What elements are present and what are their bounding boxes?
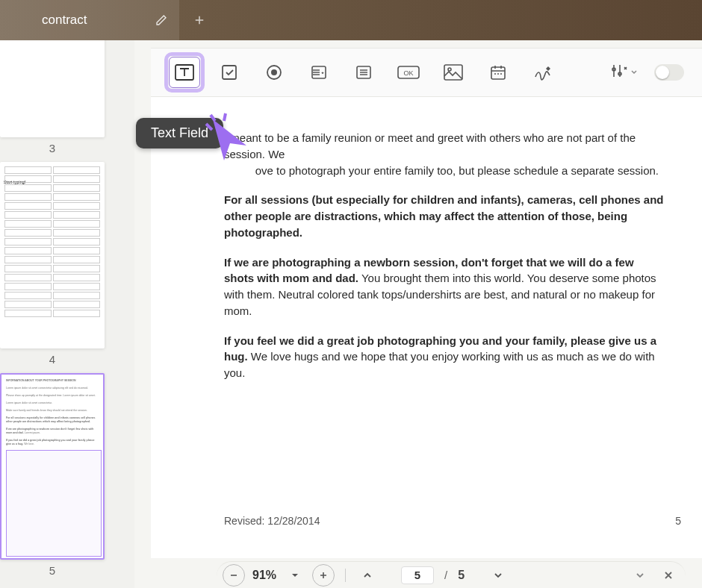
viewer-bottom-bar: 91% 5 / 5 bbox=[217, 561, 686, 588]
zoom-dropdown[interactable] bbox=[284, 564, 306, 587]
text-field-tool[interactable] bbox=[169, 57, 200, 88]
svg-text:OK: OK bbox=[403, 69, 413, 77]
page-number: 5 bbox=[675, 513, 681, 528]
tools-settings[interactable] bbox=[608, 57, 639, 88]
image-field-tool[interactable] bbox=[438, 57, 469, 88]
doc-text: t meant to be a family reunion or meet a… bbox=[224, 131, 636, 160]
thumbnail-page-number: 5 bbox=[49, 564, 55, 577]
thumbnail-page-number: 4 bbox=[49, 353, 55, 366]
page-thumbnail[interactable] bbox=[0, 40, 105, 137]
dropdown-tool[interactable] bbox=[303, 57, 335, 88]
revised-date: Revised: 12/28/2014 bbox=[224, 513, 320, 528]
listbox-tool[interactable] bbox=[348, 57, 379, 88]
svg-point-9 bbox=[448, 68, 451, 71]
pencil-icon[interactable] bbox=[155, 14, 167, 26]
thumbnail-page-number: 3 bbox=[49, 142, 55, 154]
svg-point-11 bbox=[494, 73, 496, 75]
current-page-input[interactable]: 5 bbox=[401, 566, 434, 584]
page-thumbnail-selected[interactable]: INFORMATION ABOUT YOUR PHOTOGRAPHY SESSI… bbox=[0, 373, 105, 560]
svg-rect-8 bbox=[444, 65, 462, 80]
svg-point-3 bbox=[271, 69, 277, 75]
signature-tool[interactable] bbox=[527, 57, 559, 88]
svg-point-12 bbox=[497, 73, 499, 75]
radio-tool[interactable] bbox=[258, 57, 290, 88]
zoom-level: 91% bbox=[252, 569, 276, 582]
document-viewport: OK Text Field bbox=[134, 40, 702, 588]
date-field-tool[interactable] bbox=[482, 57, 514, 88]
svg-rect-0 bbox=[176, 65, 193, 80]
zoom-out-button[interactable] bbox=[223, 564, 245, 587]
tutorial-cursor-icon bbox=[202, 112, 254, 164]
add-tab-button[interactable] bbox=[182, 3, 217, 37]
doc-text: We love hugs and we hope that you enjoy … bbox=[224, 350, 655, 379]
doc-text: For all sessions (but especially for chi… bbox=[224, 193, 664, 239]
svg-rect-1 bbox=[223, 66, 236, 79]
svg-point-13 bbox=[500, 73, 502, 75]
collapse-button[interactable] bbox=[629, 564, 651, 587]
toggle-switch[interactable] bbox=[654, 64, 684, 81]
close-bottom-bar[interactable] bbox=[657, 564, 680, 587]
page-separator: / bbox=[444, 569, 447, 581]
form-fields-toolbar: OK bbox=[151, 48, 702, 97]
title-bar: contract bbox=[0, 0, 702, 40]
document-tab[interactable]: contract bbox=[0, 0, 179, 40]
page-thumbnail[interactable]: Start typing! bbox=[0, 162, 105, 348]
tab-title: contract bbox=[42, 13, 87, 28]
total-pages: 5 bbox=[458, 569, 465, 582]
page-thumbnails-sidebar[interactable]: 3 Start typing! 4 INFORMATION ABOUT YOUR… bbox=[0, 40, 134, 588]
next-page-button[interactable] bbox=[487, 564, 509, 587]
button-tool[interactable]: OK bbox=[393, 57, 424, 88]
zoom-in-button[interactable] bbox=[312, 564, 335, 587]
prev-page-button[interactable] bbox=[356, 564, 379, 587]
doc-text: ove to photograph your entire family too… bbox=[255, 164, 659, 177]
checkbox-tool[interactable] bbox=[214, 57, 245, 88]
